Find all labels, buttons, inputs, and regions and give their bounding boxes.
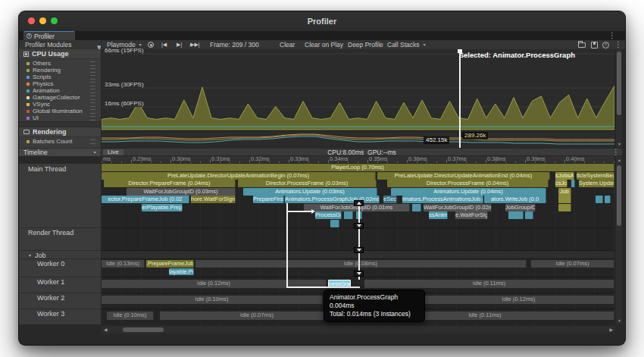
timeline-sample-bar[interactable] [558,196,571,203]
track-label-render-thread[interactable]: Render Thread [28,229,73,236]
timeline-sample-bar[interactable] [412,204,421,211]
timeline-sample-bar[interactable]: Director.ProcessFrame (0.04ms) [387,180,549,187]
idle-bar[interactable]: Idle (0.13ms) [102,260,145,268]
collapse-caret-icon[interactable]: ▼ [28,253,32,258]
deep-profile-button[interactable]: Deep Profile [348,40,383,49]
timeline-sample-bar[interactable]: ssAnim [429,211,448,219]
tab-menu-kebab-icon[interactable]: ⋮ [608,32,616,39]
timeline-sample-bar[interactable]: .PrepareFrameJob ( [146,260,194,268]
timeline-sample-bar[interactable]: e.WaitForSigna [455,211,488,219]
scroll-right-arrow-icon[interactable]: ▶ [609,326,613,334]
timeline-sample-bar[interactable]: hore.WaitForSignal ( [191,196,236,203]
toolbar-kebab-icon[interactable]: ⋮ [614,41,622,49]
legend-drag-handle-icon[interactable] [90,96,95,100]
charts-vertical-scrollbar[interactable]: ▼ [615,49,622,148]
help-icon[interactable]: ? [602,42,609,49]
legend-item[interactable]: Global Illumination [19,108,101,114]
timeline-vertical-scrollbar[interactable]: ▲ ▼ [615,156,622,324]
time-ruler[interactable]: ms0.29ms0.30ms0.31ms0.32ms0.33ms0.34ms0.… [102,156,614,164]
legend-item[interactable]: VSync [19,101,101,108]
track-label-worker-2[interactable]: Worker 2 [37,294,64,302]
timeline-sample-bar[interactable]: Animators.Update (0.03ms) [243,188,377,196]
timeline-sample-bar[interactable]: WaitForJobGroupID (0.02ms) [424,204,492,211]
load-profile-icon[interactable] [578,42,586,48]
idle-bar[interactable]: Idle (0.08ms) [195,260,527,268]
scrollbar-thumb[interactable] [123,327,164,332]
clear-on-play-button[interactable]: Clear on Play [305,40,343,49]
legend-drag-handle-icon[interactable] [90,109,95,114]
timeline-sample-bar[interactable] [596,196,603,203]
frame-indicator-line[interactable] [459,49,461,148]
idle-bar[interactable]: Idle (0.10ms) [102,296,323,304]
idle-bar[interactable]: Idle (0.10ms) [107,312,154,320]
timeline-sample-bar[interactable] [558,204,571,211]
flow-event-down-icon[interactable] [354,271,364,277]
timeline-sample-bar[interactable]: System.Update ( [579,180,614,187]
rendering-module-header[interactable]: Rendering [19,127,101,137]
legend-item[interactable]: Animation [19,87,101,94]
scroll-down-arrow-icon[interactable]: ▼ [616,141,623,147]
legend-item[interactable]: UI [19,114,101,121]
legend-drag-handle-icon[interactable] [90,89,95,93]
charts-area[interactable] [102,49,614,148]
timeline-sample-bar[interactable] [344,211,353,219]
timeline-sample-bar[interactable]: csJob [555,180,567,187]
tab-profiler[interactable]: Profiler [23,31,75,40]
scroll-down-arrow-icon[interactable]: ▼ [616,318,623,324]
legend-item[interactable]: Rendering [19,67,101,74]
timeline-sample-bar[interactable]: PreLateUpdate.DirectorUpdateAnimationBeg… [102,172,376,180]
timeline-horizontal-scrollbar[interactable]: ◀ ▶ [102,325,615,334]
legend-item[interactable]: Others [19,60,101,67]
idle-bar[interactable]: Idle (0.11ms) [364,280,614,288]
timeline-sample-bar[interactable] [605,196,611,203]
timeline-sample-bar[interactable]: PreLateUpdate.DirectorUpdateAnimationEnd… [377,172,550,180]
timeline-sample-bar[interactable] [525,211,533,219]
prev-frame-button[interactable]: |◀ [161,40,167,49]
track-label-main-thread[interactable]: Main Thread [28,165,66,173]
timeline-sample-bar[interactable]: WaitForJobGroupID (0.03ms) [127,188,236,196]
track-label-worker-1[interactable]: Worker 1 [37,278,64,286]
legend-item[interactable]: Batches Count [19,138,101,145]
legend-item[interactable]: Physics [19,80,101,87]
timeline-sample-bar[interactable]: PlayerLoop (0.70ms) [102,164,614,171]
scrollbar-thumb[interactable] [617,165,621,226]
legend-drag-handle-icon[interactable] [90,75,95,80]
timeline-sample-bar[interactable]: ators.WriteJob (0.0 [484,196,546,203]
timeline-sample-bar[interactable]: ticleSystemBegin [577,172,614,180]
timeline-sample-bar[interactable] [571,180,575,187]
timeline-sample-bar[interactable]: Animators.ProcessGraphJob (0.02ms [285,196,380,203]
scrollbar-thumb[interactable] [617,52,621,115]
timeline-sample-bar[interactable]: erPlayable.Prepar [142,204,183,211]
legend-drag-handle-icon[interactable] [90,82,95,86]
timeline-sample-bar[interactable] [508,211,524,219]
legend-drag-handle-icon[interactable] [90,139,95,144]
current-frame-button[interactable]: ▶▶| [190,40,200,49]
timeline-sample-bar[interactable]: JobGroupID [505,204,536,211]
timeline-sample-bar[interactable]: Animators.Update (0.04ms) [391,188,546,196]
timeline-sample-bar[interactable]: ProcessGraph [315,211,342,219]
timeline-sample-bar[interactable]: Director.ProcessFrame (0.03ms) [238,180,377,187]
record-icon[interactable] [148,42,154,48]
flow-event-down-icon[interactable] [354,223,364,229]
idle-bar[interactable]: Idle (0.12ms) [424,296,614,304]
timeline-sample-bar[interactable]: eSec [383,196,397,203]
legend-drag-handle-icon[interactable] [90,102,95,107]
view-mode-dropdown[interactable]: Timeline ▼ [19,148,101,156]
clear-button[interactable]: Clear [280,40,295,49]
timeline-kebab-icon[interactable]: ⋮ [612,149,620,156]
legend-drag-handle-icon[interactable] [90,116,95,121]
next-frame-button[interactable]: ▶| [177,40,182,49]
track-label-worker-0[interactable]: Worker 0 [37,260,64,268]
timeline-sample-bar[interactable] [330,220,339,227]
idle-bar[interactable]: Idle (0.07ms) [531,260,614,268]
scroll-left-arrow-icon[interactable]: ◀ [104,326,108,334]
profiler-modules-dropdown[interactable]: Profiler Modules [25,40,71,49]
timeline-sample-bar[interactable]: Director.PrepareFrame (0.04ms) [104,180,236,187]
call-stacks-dropdown[interactable]: Call Stacks ▼ [387,40,427,49]
timeline-sample-bar[interactable]: sJobsA [555,172,574,180]
flow-event-down-icon[interactable] [354,247,364,253]
timeline-sample-bar[interactable]: ector.PrepareFrameJob (0.02 [102,196,189,203]
scroll-up-arrow-icon[interactable]: ▲ [616,157,623,163]
legend-item[interactable]: Scripts [19,74,101,80]
timeline-sample-bar[interactable]: layable.Pre [169,268,194,275]
